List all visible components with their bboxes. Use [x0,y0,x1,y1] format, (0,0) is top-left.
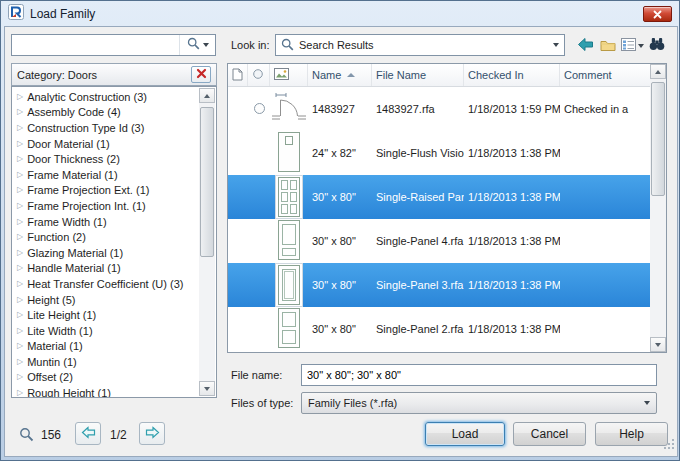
column-header-comment[interactable]: Comment [560,64,650,86]
comment-cell: Checked in a [560,103,650,115]
expand-icon[interactable]: ▷ [17,327,23,335]
help-button[interactable]: Help [595,422,668,446]
table-row[interactable]: 30" x 80" Single-Panel 4.rfa 1/18/2013 1… [228,219,666,263]
table-row[interactable]: 24" x 82" Single-Flush Vision.rfa 1/18/2… [228,131,666,175]
category-item[interactable]: ▷Frame Projection Ext. (1) [15,183,216,199]
expand-icon[interactable]: ▷ [17,249,23,257]
table-scrollbar[interactable] [650,64,666,352]
category-item[interactable]: ▷Handle Material (1) [15,261,216,277]
column-header-status[interactable] [248,64,270,86]
category-item[interactable]: ▷Height (5) [15,292,216,308]
expand-icon[interactable]: ▷ [17,311,23,319]
table-row-selected[interactable]: 30" x 80" Single-Panel 3.rfa 1/18/2013 1… [228,263,666,307]
expand-icon[interactable]: ▷ [17,373,23,381]
column-header-preview[interactable] [270,64,308,86]
clear-category-button[interactable] [191,66,211,83]
expand-icon[interactable]: ▷ [17,218,23,226]
category-item[interactable]: ▷Material (1) [15,339,216,355]
expand-icon[interactable]: ▷ [17,358,23,366]
category-header: Category: Doors [11,63,217,86]
expand-icon[interactable]: ▷ [17,140,23,148]
name-cell: 30" x 80" [308,323,372,335]
expand-icon[interactable]: ▷ [17,233,23,241]
expand-icon[interactable]: ▷ [17,124,23,132]
category-item[interactable]: ▷Assembly Code (4) [15,105,216,121]
category-item[interactable]: ▷Door Thickness (2) [15,151,216,167]
chevron-down-icon [638,44,644,48]
scroll-down-button[interactable] [199,381,215,396]
file-name-cell: 1483927.rfa [372,103,464,115]
window-title: Load Family [30,7,95,21]
category-item[interactable]: ▷Function (2) [15,229,216,245]
find-button[interactable] [647,36,667,56]
checked-in-cell: 1/18/2013 1:38 PM [464,191,560,203]
cancel-button[interactable]: Cancel [513,422,586,446]
table-row[interactable]: 1483927 1483927.rfa 1/18/2013 1:59 PM Ch… [228,87,666,131]
next-page-button[interactable] [139,422,165,445]
column-header-file-name[interactable]: File Name [372,64,464,86]
category-item[interactable]: ▷Lite Height (1) [15,307,216,323]
table-body: 1483927 1483927.rfa 1/18/2013 1:59 PM Ch… [228,87,666,351]
category-item[interactable]: ▷Muntin (1) [15,354,216,370]
expand-icon[interactable]: ▷ [17,296,23,304]
category-item[interactable]: ▷Lite Width (1) [15,323,216,339]
expand-icon[interactable]: ▷ [17,186,23,194]
category-item[interactable]: ▷Glazing Material (1) [15,245,216,261]
expand-icon[interactable]: ▷ [17,342,23,350]
search-button[interactable] [179,35,215,55]
expand-icon[interactable]: ▷ [17,155,23,163]
up-folder-button[interactable] [598,36,618,56]
expand-icon[interactable]: ▷ [17,264,23,272]
look-in-combobox[interactable]: Search Results [275,34,565,56]
category-scrollbar[interactable] [199,88,215,396]
search-input[interactable] [12,36,179,54]
resize-grip[interactable] [663,437,676,455]
expand-icon[interactable]: ▷ [17,171,23,179]
files-of-type-select[interactable]: Family Files (*.rfa) [301,392,657,414]
expand-icon[interactable]: ▷ [17,280,23,288]
views-icon [621,37,636,55]
door-thumbnail [278,220,300,262]
back-button[interactable] [574,36,596,56]
expand-icon[interactable]: ▷ [17,108,23,116]
column-header-checked-in[interactable]: Checked In [464,64,560,86]
scroll-up-button[interactable] [650,64,666,79]
scrollbar-thumb[interactable] [200,107,214,257]
expand-icon[interactable]: ▷ [17,389,23,397]
table-row[interactable]: 30" x 80" Single-Panel 2.rfa 1/18/2013 1… [228,307,666,351]
column-header-document[interactable] [228,64,248,86]
door-thumbnail [278,308,300,350]
category-item[interactable]: ▷Frame Projection Int. (1) [15,198,216,214]
load-button[interactable]: Load [425,422,505,446]
document-icon [232,68,243,83]
close-button[interactable] [643,6,672,22]
name-cell: 24" x 82" [308,147,372,159]
views-button[interactable] [619,36,645,56]
checked-in-cell: 1/18/2013 1:38 PM [464,323,560,335]
category-item[interactable]: ▷Frame Width (1) [15,214,216,230]
scroll-down-button[interactable] [650,337,666,352]
scroll-up-button[interactable] [199,88,215,103]
previous-page-button[interactable] [75,422,101,445]
category-item[interactable]: ▷Frame Material (1) [15,167,216,183]
scrollbar-thumb[interactable] [651,82,665,196]
column-header-name[interactable]: Name [308,64,372,86]
search-box [11,34,216,56]
door-thumbnail [278,132,300,174]
title-bar[interactable]: Load Family [1,1,679,26]
file-name-cell: Single-Panel 3.rfa [372,279,464,291]
file-name-input[interactable] [301,364,657,386]
category-item[interactable]: ▷Rough Height (1) [15,385,216,398]
category-item[interactable]: ▷Analytic Construction (3) [15,89,216,105]
name-cell: 30" x 80" [308,191,372,203]
table-row-selected[interactable]: 30" x 80" Single-Raised Panel w... 1/18/… [228,175,666,219]
category-item[interactable]: ▷Construction Type Id (3) [15,120,216,136]
category-item[interactable]: ▷Door Material (1) [15,136,216,152]
page-indicator: 1/2 [110,428,127,442]
expand-icon[interactable]: ▷ [17,202,23,210]
status-icon [252,68,264,82]
expand-icon[interactable]: ▷ [17,93,23,101]
category-item[interactable]: ▷Offset (2) [15,370,216,386]
category-item[interactable]: ▷Heat Transfer Coefficient (U) (3) [15,276,216,292]
search-icon [281,38,294,53]
